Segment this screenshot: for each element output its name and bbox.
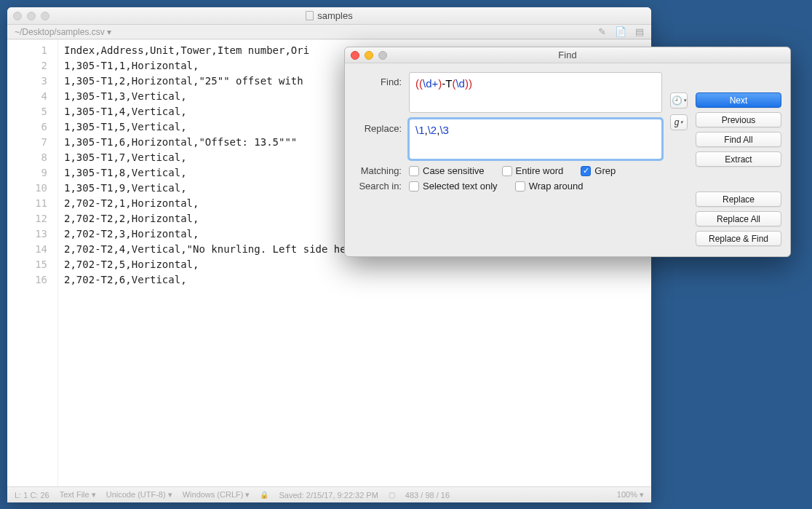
traffic-lights (13, 12, 49, 20)
editor-titlebar[interactable]: samples (7, 7, 651, 25)
close-icon[interactable] (13, 12, 22, 20)
case-sensitive-checkbox[interactable]: Case sensitive (409, 165, 485, 176)
pattern-menu-icon[interactable]: g▾ (670, 114, 688, 130)
page-icon: ▢ (389, 491, 395, 499)
path-bar: ~/Desktop/samples.csv ▾ ✎ 📄 ▤ (7, 25, 651, 39)
encoding[interactable]: Unicode (UTF-8) ▾ (106, 490, 172, 500)
search-in-label: Search in: (354, 181, 409, 192)
title-text: samples (317, 10, 352, 21)
cursor-position: L: 1 C: 26 (15, 491, 49, 500)
replace-label: Replace: (354, 119, 409, 134)
toolbar-icons: ✎ 📄 ▤ (598, 26, 644, 37)
file-path[interactable]: ~/Desktop/samples.csv ▾ (15, 27, 111, 37)
selected-text-checkbox[interactable]: Selected text only (409, 181, 498, 192)
replace-find-button[interactable]: Replace & Find (696, 231, 781, 246)
replace-input[interactable]: \1,\2,\3 (409, 119, 662, 159)
find-label: Find: (354, 72, 409, 87)
minimize-icon[interactable] (27, 12, 36, 20)
window-title: samples (7, 10, 651, 21)
lock-icon[interactable]: 🔒 (260, 491, 268, 499)
grep-checkbox[interactable]: ✓Grep (581, 165, 616, 176)
sheet-icon[interactable]: ▤ (635, 26, 644, 37)
find-form: Find: ((\d+)-T(\d)) Replace: \1,\2,\3 Ma… (354, 72, 662, 246)
extract-button[interactable]: Extract (696, 151, 781, 167)
entire-word-checkbox[interactable]: Entire word (502, 165, 564, 176)
find-input[interactable]: ((\d+)-T(\d)) (409, 72, 662, 113)
line-ending[interactable]: Windows (CRLF) ▾ (183, 490, 250, 500)
find-all-button[interactable]: Find All (696, 132, 781, 147)
line-gutter: 12345678910111213141516 (7, 40, 58, 486)
find-dialog: Find Find: ((\d+)-T(\d)) Replace: \1,\2,… (344, 47, 791, 257)
next-button[interactable]: Next (696, 92, 781, 108)
doc-stats: 483 / 98 / 16 (405, 491, 450, 500)
replace-all-button[interactable]: Replace All (696, 211, 781, 226)
find-window-title: Find (345, 50, 790, 60)
find-buttons: Next Previous Find All Extract Replace R… (696, 72, 781, 246)
status-bar: L: 1 C: 26 Text File ▾ Unicode (UTF-8) ▾… (7, 486, 651, 502)
wrap-around-checkbox[interactable]: Wrap around (515, 181, 584, 192)
matching-label: Matching: (354, 165, 409, 176)
find-side-tools: 🕘▾ g▾ (669, 72, 688, 246)
previous-button[interactable]: Previous (696, 112, 781, 127)
find-titlebar[interactable]: Find (345, 47, 790, 63)
saved-time: Saved: 2/15/17, 9:22:32 PM (279, 491, 378, 500)
zoom-icon[interactable] (41, 12, 49, 20)
replace-button[interactable]: Replace (696, 192, 781, 207)
document-icon (306, 11, 314, 20)
history-icon[interactable]: 🕘▾ (670, 92, 688, 108)
zoom-level[interactable]: 100% ▾ (617, 490, 644, 500)
edit-icon[interactable]: ✎ (598, 26, 606, 37)
doc-type[interactable]: Text File ▾ (60, 490, 96, 500)
doc-icon[interactable]: 📄 (615, 26, 626, 37)
